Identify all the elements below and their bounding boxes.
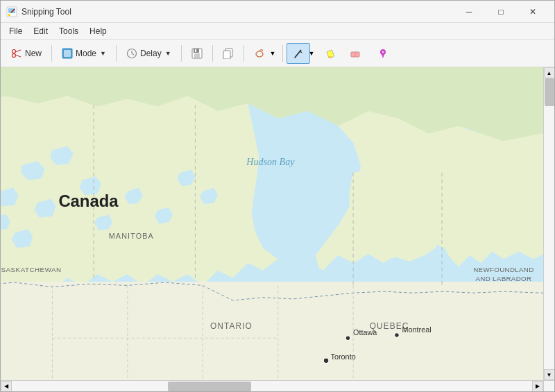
svg-text:Toronto: Toronto: [331, 352, 356, 361]
menu-file[interactable]: File: [3, 24, 28, 39]
app-window: Snipping Tool ─ □ ✕ File Edit Tools Help…: [0, 0, 555, 392]
scroll-right-arrow[interactable]: ▶: [532, 381, 543, 392]
mode-label: Mode: [76, 49, 96, 58]
svg-marker-28: [382, 54, 384, 58]
window-controls: ─ □ ✕: [453, 1, 549, 23]
svg-rect-16: [195, 49, 196, 52]
svg-rect-15: [194, 53, 200, 58]
svg-point-5: [12, 53, 16, 57]
svg-text:NEWFOUNDLAND: NEWFOUNDLAND: [473, 266, 533, 273]
separator-3: [181, 45, 182, 62]
menu-bar: File Edit Tools Help: [1, 23, 554, 40]
scroll-left-arrow[interactable]: ◀: [1, 381, 12, 392]
save-icon: [191, 48, 203, 59]
delay-button[interactable]: Delay ▼: [120, 43, 178, 64]
app-icon: [6, 6, 17, 17]
scroll-track-vertical[interactable]: [544, 78, 555, 369]
menu-edit[interactable]: Edit: [28, 24, 53, 39]
scroll-up-arrow[interactable]: ▲: [544, 67, 555, 78]
mode-dropdown-arrow: ▼: [100, 50, 106, 57]
minimize-button[interactable]: ─: [453, 1, 485, 23]
separator-1: [51, 45, 52, 62]
close-button[interactable]: ✕: [517, 1, 549, 23]
svg-text:Montreal: Montreal: [402, 325, 432, 334]
lasso-dropdown-arrow[interactable]: ▼: [270, 50, 276, 57]
maximize-button[interactable]: □: [485, 1, 517, 23]
delay-dropdown-arrow: ▼: [165, 50, 171, 57]
separator-6: [282, 45, 283, 62]
separator-5: [244, 45, 244, 62]
delay-label: Delay: [140, 49, 162, 58]
pin-icon: [377, 48, 388, 59]
svg-point-29: [382, 51, 384, 53]
scissors-icon: [11, 48, 22, 59]
svg-point-19: [256, 51, 263, 57]
highlighter-button[interactable]: [318, 43, 342, 64]
new-label: New: [25, 49, 42, 58]
separator-2: [116, 45, 117, 62]
copy-button[interactable]: [216, 43, 240, 64]
svg-text:AND LABRADOR: AND LABRADOR: [475, 275, 531, 282]
lasso-icon: [254, 48, 265, 59]
new-button[interactable]: New: [5, 43, 48, 64]
svg-text:Ottawa: Ottawa: [353, 328, 377, 336]
svg-text:MANITOBA: MANITOBA: [109, 232, 154, 240]
scroll-thumb-vertical[interactable]: [545, 78, 554, 106]
svg-rect-2: [8, 14, 10, 16]
separator-4: [212, 45, 213, 62]
mode-button[interactable]: Mode ▼: [56, 43, 112, 64]
pin-button[interactable]: [371, 43, 395, 64]
save-button[interactable]: [185, 43, 209, 64]
menu-tools[interactable]: Tools: [53, 24, 84, 39]
svg-text:ONTARIO: ONTARIO: [210, 321, 253, 331]
svg-point-4: [12, 49, 16, 53]
menu-help[interactable]: Help: [84, 24, 112, 39]
eraser-icon: [350, 48, 361, 59]
scroll-thumb-horizontal[interactable]: [168, 382, 251, 391]
svg-point-67: [395, 333, 400, 338]
lasso-button[interactable]: [248, 43, 271, 64]
svg-text:Canada: Canada: [58, 191, 119, 210]
scroll-track-horizontal[interactable]: [12, 381, 532, 392]
svg-text:Hudson Bay: Hudson Bay: [246, 156, 295, 167]
scroll-corner: [543, 380, 554, 391]
toolbar: New Mode ▼ Delay ▼: [1, 40, 554, 67]
svg-line-12: [132, 53, 134, 55]
pen-button[interactable]: [287, 43, 310, 64]
svg-point-65: [345, 336, 350, 341]
highlighter-icon: [325, 48, 336, 59]
map-container: Hudson Bay Canada MANITOBA SASKATCHEWAN …: [1, 67, 554, 391]
pen-icon: [293, 48, 304, 59]
svg-text:SASKATCHEWAN: SASKATCHEWAN: [1, 266, 61, 273]
eraser-button[interactable]: [343, 43, 367, 64]
mode-icon: [62, 48, 73, 59]
map-svg: Hudson Bay Canada MANITOBA SASKATCHEWAN …: [1, 67, 543, 380]
svg-rect-9: [64, 50, 71, 57]
window-title: Snipping Tool: [22, 7, 453, 17]
pen-dropdown-arrow[interactable]: ▼: [309, 50, 315, 57]
scroll-down-arrow[interactable]: ▼: [544, 369, 555, 380]
title-bar: Snipping Tool ─ □ ✕: [1, 1, 554, 23]
clock-icon: [126, 48, 137, 59]
svg-point-69: [323, 358, 329, 364]
horizontal-scrollbar[interactable]: ◀ ▶: [1, 380, 543, 391]
vertical-scrollbar[interactable]: ▲ ▼: [543, 67, 554, 380]
svg-line-6: [15, 50, 21, 52]
svg-line-7: [15, 55, 21, 57]
svg-rect-18: [223, 51, 230, 59]
copy-icon: [223, 48, 234, 59]
